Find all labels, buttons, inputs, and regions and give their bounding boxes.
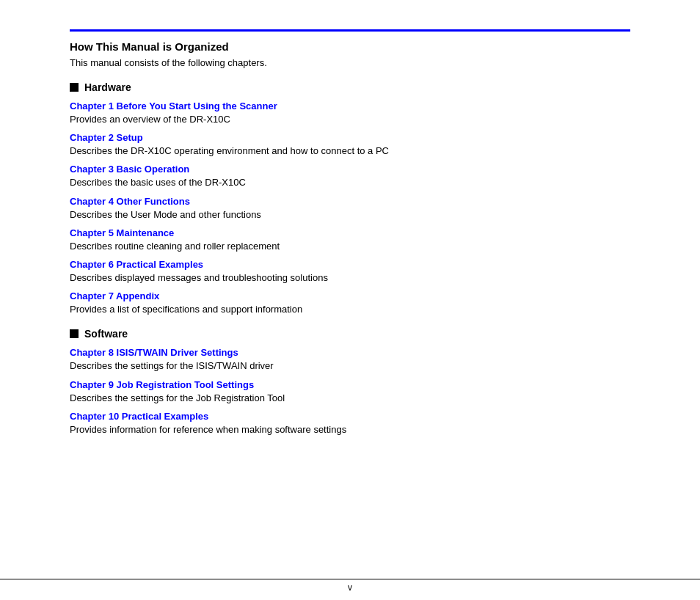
hardware-bullet bbox=[70, 83, 79, 92]
page-number: v bbox=[348, 582, 352, 593]
chapter-4-item: Chapter 4 Other Functions Describes the … bbox=[70, 196, 630, 222]
chapter-1-desc: Provides an overview of the DR-X10C bbox=[70, 113, 630, 126]
chapter-10-link[interactable]: Chapter 10 Practical Examples bbox=[70, 411, 630, 422]
chapter-4-link[interactable]: Chapter 4 Other Functions bbox=[70, 196, 630, 207]
page-title: How This Manual is Organized bbox=[70, 40, 630, 53]
chapter-7-item: Chapter 7 Appendix Provides a list of sp… bbox=[70, 290, 630, 316]
software-label: Software bbox=[84, 328, 128, 340]
chapter-7-desc: Provides a list of specifications and su… bbox=[70, 303, 630, 316]
chapter-10-item: Chapter 10 Practical Examples Provides i… bbox=[70, 411, 630, 436]
software-bullet bbox=[70, 329, 79, 338]
chapter-5-link[interactable]: Chapter 5 Maintenance bbox=[70, 227, 630, 238]
hardware-label: Hardware bbox=[84, 81, 131, 93]
chapter-6-desc: Describes displayed messages and trouble… bbox=[70, 271, 630, 285]
content-area: How This Manual is Organized This manual… bbox=[70, 29, 630, 571]
bottom-rule bbox=[0, 579, 700, 579]
chapter-2-item: Chapter 2 Setup Describes the DR-X10C op… bbox=[70, 132, 630, 158]
software-heading: Software bbox=[70, 328, 630, 340]
chapter-6-item: Chapter 6 Practical Examples Describes d… bbox=[70, 259, 630, 285]
chapter-3-item: Chapter 3 Basic Operation Describes the … bbox=[70, 164, 630, 189]
chapter-5-desc: Describes routine cleaning and roller re… bbox=[70, 240, 630, 253]
chapter-8-link[interactable]: Chapter 8 ISIS/TWAIN Driver Settings bbox=[70, 347, 630, 358]
chapter-3-link[interactable]: Chapter 3 Basic Operation bbox=[70, 164, 630, 175]
chapter-5-item: Chapter 5 Maintenance Describes routine … bbox=[70, 227, 630, 253]
intro-text: This manual consists of the following ch… bbox=[70, 57, 630, 68]
chapter-10-desc: Provides information for reference when … bbox=[70, 423, 630, 436]
chapter-3-desc: Describes the basic uses of the DR-X10C bbox=[70, 176, 630, 189]
chapter-7-link[interactable]: Chapter 7 Appendix bbox=[70, 290, 630, 301]
hardware-heading: Hardware bbox=[70, 81, 630, 93]
chapter-9-desc: Describes the settings for the Job Regis… bbox=[70, 392, 630, 405]
chapter-1-link[interactable]: Chapter 1 Before You Start Using the Sca… bbox=[70, 100, 630, 111]
page-container: How This Manual is Organized This manual… bbox=[0, 0, 700, 600]
chapter-9-link[interactable]: Chapter 9 Job Registration Tool Settings bbox=[70, 379, 630, 390]
chapter-1-item: Chapter 1 Before You Start Using the Sca… bbox=[70, 100, 630, 126]
chapter-8-item: Chapter 8 ISIS/TWAIN Driver Settings Des… bbox=[70, 347, 630, 373]
hardware-section: Hardware Chapter 1 Before You Start Usin… bbox=[70, 81, 630, 316]
chapter-4-desc: Describes the User Mode and other functi… bbox=[70, 208, 630, 222]
chapter-2-desc: Describes the DR-X10C operating environm… bbox=[70, 144, 630, 158]
chapter-6-link[interactable]: Chapter 6 Practical Examples bbox=[70, 259, 630, 270]
chapter-2-link[interactable]: Chapter 2 Setup bbox=[70, 132, 630, 143]
top-rule bbox=[70, 29, 630, 32]
software-section: Software Chapter 8 ISIS/TWAIN Driver Set… bbox=[70, 328, 630, 436]
chapter-9-item: Chapter 9 Job Registration Tool Settings… bbox=[70, 379, 630, 405]
chapter-8-desc: Describes the settings for the ISIS/TWAI… bbox=[70, 359, 630, 373]
